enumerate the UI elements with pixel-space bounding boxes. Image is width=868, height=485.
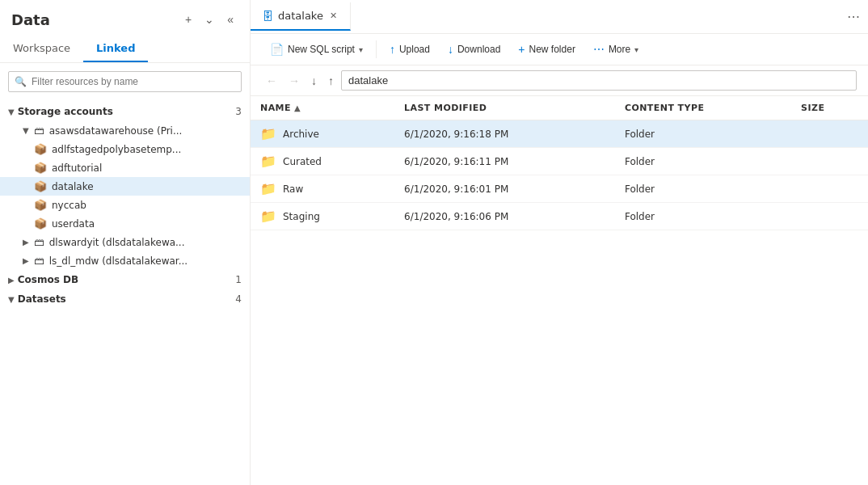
- more-label: More: [609, 44, 630, 55]
- more-button[interactable]: ⋯ More ▾: [585, 39, 647, 60]
- search-input[interactable]: [8, 71, 242, 92]
- header-icons: + ⌄ «: [180, 10, 238, 29]
- cosmos-section-header[interactable]: ▶ Cosmos DB 1: [0, 270, 250, 289]
- cell-size: [791, 120, 868, 148]
- download-label: Download: [457, 44, 500, 55]
- cosmos-label: Cosmos DB: [18, 274, 78, 285]
- tree-item-label: dlswardyit (dlsdatalakewa...: [49, 237, 185, 248]
- storage-section-header[interactable]: ▼ Storage accounts 3: [0, 102, 250, 121]
- storage-section: ▼ Storage accounts 3 ▼ 🗃 asawsdatawareho…: [0, 102, 250, 270]
- datasets-section: ▼ Datasets 4: [0, 289, 250, 309]
- tree-item-nyccab[interactable]: 📦 nyccab: [0, 196, 250, 214]
- storage-label: Storage accounts: [18, 106, 113, 117]
- tree-item-dlswardyit[interactable]: ▶ 🗃 dlswardyit (dlsdatalakewa...: [0, 233, 250, 251]
- new-sql-label: New SQL script: [288, 44, 355, 55]
- col-name[interactable]: NAME ▲: [251, 96, 394, 120]
- col-last-modified[interactable]: LAST MODIFIED: [394, 96, 615, 120]
- col-size[interactable]: SIZE: [791, 96, 868, 120]
- left-tabs: Workspace Linked: [0, 36, 250, 63]
- table-row[interactable]: 📁Curated6/1/2020, 9:16:11 PMFolder: [251, 148, 868, 175]
- sort-icon: ▲: [294, 103, 301, 112]
- datasets-section-header[interactable]: ▼ Datasets 4: [0, 289, 250, 309]
- tree-item-label: adftutorial: [52, 162, 102, 174]
- tree-item-adlfstaged[interactable]: 📦 adlfstagedpolybasetemp...: [0, 140, 250, 158]
- cell-last-modified: 6/1/2020, 9:16:01 PM: [394, 175, 615, 203]
- tree-item-label: asawsdatawarehouse (Pri...: [49, 125, 183, 137]
- close-icon[interactable]: ✕: [328, 9, 339, 23]
- add-button[interactable]: +: [180, 10, 196, 29]
- table-row[interactable]: 📁Raw6/1/2020, 9:16:01 PMFolder: [251, 175, 868, 203]
- folder-icon: 📁: [260, 126, 276, 141]
- file-table: NAME ▲ LAST MODIFIED CONTENT TYPE: [251, 96, 868, 230]
- tree-item-label: ls_dl_mdw (dlsdatalakewar...: [49, 255, 188, 267]
- nav-bar: ← → ↓ ↑: [251, 65, 868, 96]
- panel-title: Data: [11, 11, 50, 28]
- upload-button[interactable]: ↑ Upload: [381, 39, 438, 60]
- more-chevron-icon: ▾: [634, 45, 638, 54]
- tree-item-label: userdata: [52, 218, 95, 230]
- file-name: Archive: [283, 129, 319, 140]
- storage-icon: 📦: [34, 199, 47, 211]
- back-button[interactable]: ←: [262, 72, 281, 90]
- expand-chevron: ▶: [23, 238, 29, 247]
- download-icon: ↓: [448, 43, 453, 56]
- folder-icon: 📁: [260, 154, 276, 169]
- storage-icon: 📦: [34, 162, 47, 174]
- storage-icon: 🗃: [34, 236, 44, 248]
- cosmos-section: ▶ Cosmos DB 1: [0, 270, 250, 289]
- expand-chevron: ▶: [8, 276, 15, 285]
- folder-icon: 📁: [260, 209, 276, 224]
- divider: [376, 40, 377, 58]
- file-name: Staging: [283, 211, 320, 222]
- cell-size: [791, 203, 868, 230]
- chevron-button[interactable]: ⌄: [200, 10, 219, 29]
- tree-item-asaws[interactable]: ▼ 🗃 asawsdatawarehouse (Pri...: [0, 121, 250, 140]
- cell-name: 📁Archive: [251, 120, 394, 148]
- col-content-type[interactable]: CONTENT TYPE: [615, 96, 791, 120]
- cell-last-modified: 6/1/2020, 9:16:11 PM: [394, 148, 615, 175]
- storage-icon: 🗃: [34, 255, 44, 267]
- new-sql-button[interactable]: 📄 New SQL script ▾: [262, 39, 371, 60]
- down-button[interactable]: ↓: [307, 72, 321, 90]
- cell-name: 📁Staging: [251, 203, 394, 230]
- more-icon: ⋯: [593, 43, 605, 56]
- ellipsis-button[interactable]: ⋯: [839, 2, 868, 31]
- tree-item-label: datalake: [52, 181, 94, 192]
- table-row[interactable]: 📁Archive6/1/2020, 9:16:18 PMFolder: [251, 120, 868, 148]
- tree-item-label: nyccab: [52, 200, 86, 211]
- tab-linked[interactable]: Linked: [83, 36, 148, 62]
- dropdown-chevron-icon: ▾: [359, 45, 363, 54]
- cell-size: [791, 148, 868, 175]
- expand-chevron: ▼: [8, 295, 15, 304]
- cosmos-count: 1: [235, 274, 242, 285]
- toolbar: 📄 New SQL script ▾ ↑ Upload ↓ Download +…: [251, 34, 868, 65]
- upload-label: Upload: [399, 44, 430, 55]
- cell-name: 📁Curated: [251, 148, 394, 175]
- datalake-tab[interactable]: 🗄 datalake ✕: [251, 2, 351, 31]
- new-folder-button[interactable]: + New folder: [510, 39, 584, 60]
- download-button[interactable]: ↓ Download: [440, 39, 508, 60]
- cell-content-type: Folder: [615, 148, 791, 175]
- forward-button[interactable]: →: [284, 72, 304, 90]
- expand-chevron: ▼: [8, 108, 15, 116]
- datasets-count: 4: [235, 293, 242, 305]
- tree-item-datalake[interactable]: 📦 datalake: [0, 177, 250, 196]
- expand-chevron: ▶: [23, 256, 29, 265]
- collapse-button[interactable]: «: [222, 10, 238, 29]
- storage-icon: 🗃: [34, 124, 44, 137]
- tree-item-adftutorial[interactable]: 📦 adftutorial: [0, 158, 250, 177]
- tree-item-userdata[interactable]: 📦 userdata: [0, 214, 250, 233]
- cell-name: 📁Raw: [251, 175, 394, 203]
- cell-last-modified: 6/1/2020, 9:16:18 PM: [394, 120, 615, 148]
- breadcrumb-input[interactable]: [341, 70, 857, 91]
- folder-icon: 📁: [260, 181, 276, 196]
- storage-icon: 📦: [34, 180, 47, 192]
- expand-chevron: ▼: [23, 126, 29, 135]
- up-button[interactable]: ↑: [324, 72, 338, 90]
- tree-item-lsdlmdw[interactable]: ▶ 🗃 ls_dl_mdw (dlsdatalakewar...: [0, 251, 250, 270]
- datasets-label: Datasets: [18, 293, 66, 305]
- tab-workspace[interactable]: Workspace: [0, 36, 83, 62]
- storage-count: 3: [235, 106, 242, 117]
- table-row[interactable]: 📁Staging6/1/2020, 9:16:06 PMFolder: [251, 203, 868, 230]
- storage-icon: 📦: [34, 143, 47, 155]
